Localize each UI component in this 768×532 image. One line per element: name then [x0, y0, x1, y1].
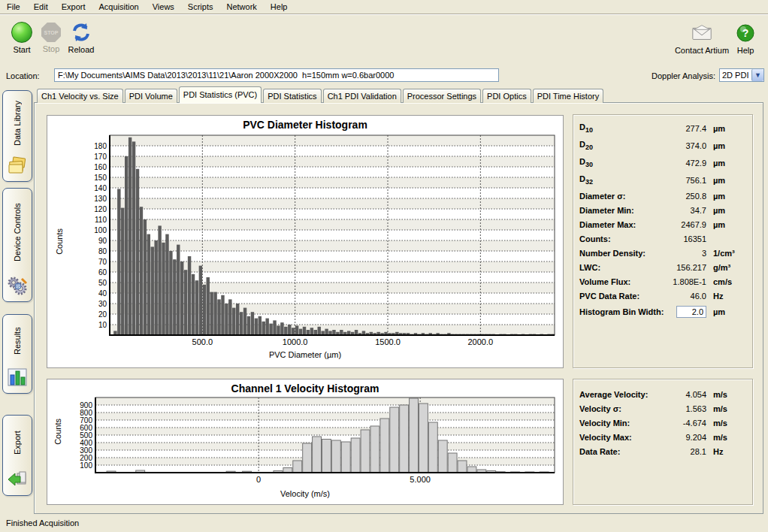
- diameter-stat-row: Diameter Max:2467.9µm: [579, 217, 746, 231]
- diameter-stat-row: D32756.1µm: [579, 171, 746, 189]
- contact-artium-label: Contact Artium: [675, 46, 729, 55]
- menu-views[interactable]: Views: [146, 1, 181, 13]
- contact-artium-button[interactable]: Contact Artium: [673, 23, 730, 55]
- velocity-stat-unit: m/s: [713, 404, 746, 413]
- svg-text:160: 160: [94, 163, 107, 171]
- velocity-stat-row: Average Velocity:4.054m/s: [579, 387, 746, 401]
- svg-text:100: 100: [80, 461, 92, 470]
- diameter-stat-unit: µm: [713, 220, 746, 229]
- diameter-stat-unit: µm: [713, 307, 746, 316]
- diameter-stat-unit: g/m³: [713, 263, 746, 272]
- diameter-stat-label: D30: [579, 157, 658, 168]
- svg-text:110: 110: [95, 216, 107, 224]
- velocity-stat-value: 4.054: [658, 390, 706, 399]
- velocity-stats-panel: Average Velocity:4.054m/sVelocity σ:1.56…: [573, 379, 753, 505]
- diameter-stat-unit: µm: [713, 159, 746, 168]
- menu-network[interactable]: Network: [219, 1, 263, 13]
- start-icon: [11, 22, 32, 43]
- diameter-stat-value: 46.0: [658, 292, 706, 301]
- diameter-stat-unit: µm: [713, 124, 746, 133]
- svg-text:70: 70: [98, 258, 107, 266]
- svg-text:2000.0: 2000.0: [468, 337, 494, 346]
- sidebar-item-data-library[interactable]: Data Library: [2, 90, 32, 182]
- tab-pdi-volume[interactable]: PDI Volume: [125, 89, 177, 103]
- envelope-icon: [691, 23, 713, 44]
- pvc-plot: 1020304050607080901001101201301401501601…: [47, 116, 564, 369]
- velocity-stat-unit: Hz: [713, 447, 746, 456]
- menu-help[interactable]: Help: [264, 1, 295, 13]
- sidebar-item-device-controls[interactable]: Device Controls: [2, 188, 32, 302]
- svg-text:200: 200: [80, 454, 92, 462]
- diameter-stat-label: Histogram Bin Width:: [579, 307, 676, 316]
- diameter-stat-value: 16351: [658, 234, 706, 243]
- velocity-stat-value: 9.204: [658, 433, 706, 442]
- diameter-stat-unit: Hz: [713, 292, 746, 301]
- svg-text:20: 20: [98, 310, 107, 319]
- tab-pdi-time-history[interactable]: PDI Time History: [533, 89, 604, 103]
- svg-text:50: 50: [98, 279, 107, 287]
- diameter-stat-row: Counts:16351: [579, 231, 746, 246]
- sidebar-item-results[interactable]: Results: [2, 314, 32, 394]
- location-input[interactable]: [54, 68, 499, 82]
- velocity-stat-row: Velocity σ:1.563m/s: [579, 401, 746, 416]
- svg-text:60: 60: [98, 268, 107, 277]
- reload-button[interactable]: Reload: [66, 22, 96, 54]
- sidebar-item-label: Results: [13, 315, 22, 367]
- tab-ch1-pdi-validation[interactable]: Ch1 PDI Validation: [323, 89, 401, 103]
- diameter-stat-unit: µm: [713, 176, 746, 185]
- svg-text:?: ?: [742, 27, 749, 39]
- svg-text:130: 130: [94, 195, 107, 203]
- menu-file[interactable]: File: [0, 1, 27, 13]
- diameter-stat-unit: µm: [713, 206, 746, 215]
- svg-text:100: 100: [94, 226, 107, 234]
- reload-icon: [70, 22, 92, 43]
- tab-pdi-optics[interactable]: PDI Optics: [482, 89, 531, 103]
- diameter-stat-label: PVC Data Rate:: [579, 292, 658, 301]
- start-button[interactable]: Start: [9, 22, 35, 54]
- histogram-bin-width-input[interactable]: [676, 306, 706, 318]
- velocity-plot: 10020030040050060070080090005.000: [47, 379, 564, 506]
- menu-scripts[interactable]: Scripts: [181, 1, 220, 13]
- velocity-stat-value: -4.674: [658, 419, 706, 428]
- svg-text:1500.0: 1500.0: [375, 337, 401, 346]
- svg-text:170: 170: [94, 153, 107, 161]
- help-button[interactable]: ? Help: [732, 23, 759, 55]
- menu-export[interactable]: Export: [55, 1, 92, 13]
- svg-text:80: 80: [98, 247, 107, 255]
- diameter-stat-row: Histogram Bin Width:µm: [579, 304, 746, 319]
- diameter-stat-value: 374.0: [658, 141, 706, 150]
- diameter-stat-row: Diameter Min:34.7µm: [579, 203, 746, 217]
- diameter-stat-row: D20374.0µm: [579, 137, 746, 154]
- doppler-analysis-select[interactable]: 2D PDI ▼: [719, 68, 764, 82]
- menu-bar: FileEditExportAcquisitionViewsScriptsNet…: [0, 0, 768, 14]
- tab-processor-settings[interactable]: Processor Settings: [403, 89, 481, 103]
- diameter-stat-unit: 1/cm³: [713, 249, 746, 258]
- tab-pdi-statistics-pvc[interactable]: PDI Statistics (PVC): [179, 86, 262, 103]
- svg-text:150: 150: [94, 174, 107, 182]
- diameter-stat-row: D30472.9µm: [579, 154, 746, 171]
- velocity-stat-value: 28.1: [658, 447, 706, 456]
- chevron-down-icon[interactable]: ▼: [751, 69, 763, 81]
- tab-strip: Ch1 Velocity vs. SizePDI VolumePDI Stati…: [37, 89, 603, 103]
- svg-text:600: 600: [80, 424, 92, 432]
- pvc-xaxis-label: PVC Diameter (µm): [47, 350, 563, 359]
- sidebar-item-label: Data Library: [13, 91, 22, 156]
- diameter-stat-value: 156.217: [658, 263, 706, 272]
- diameter-stat-row: D10277.4µm: [579, 119, 746, 137]
- tab-ch1-velocity-vs-size[interactable]: Ch1 Velocity vs. Size: [37, 89, 123, 103]
- svg-text:800: 800: [80, 409, 92, 417]
- menu-edit[interactable]: Edit: [27, 1, 55, 13]
- start-button-label: Start: [13, 45, 30, 54]
- velocity-stat-row: Velocity Max:9.204m/s: [579, 430, 746, 444]
- tab-pdi-statistics[interactable]: PDI Statistics: [263, 89, 321, 103]
- diameter-stat-label: Counts:: [579, 234, 658, 243]
- svg-text:900: 900: [80, 401, 92, 410]
- velocity-stat-unit: m/s: [713, 433, 746, 442]
- velocity-stat-row: Velocity Min:-4.674m/s: [579, 416, 746, 430]
- diameter-stat-row: Number Density:31/cm³: [579, 246, 746, 260]
- stop-button[interactable]: STOP Stop: [39, 23, 63, 53]
- diameter-stat-label: Diameter Min:: [579, 206, 658, 215]
- menu-acquisition[interactable]: Acquisition: [92, 1, 146, 13]
- sidebar-item-export[interactable]: Export: [2, 415, 32, 496]
- diameter-stat-unit: µm: [713, 192, 746, 201]
